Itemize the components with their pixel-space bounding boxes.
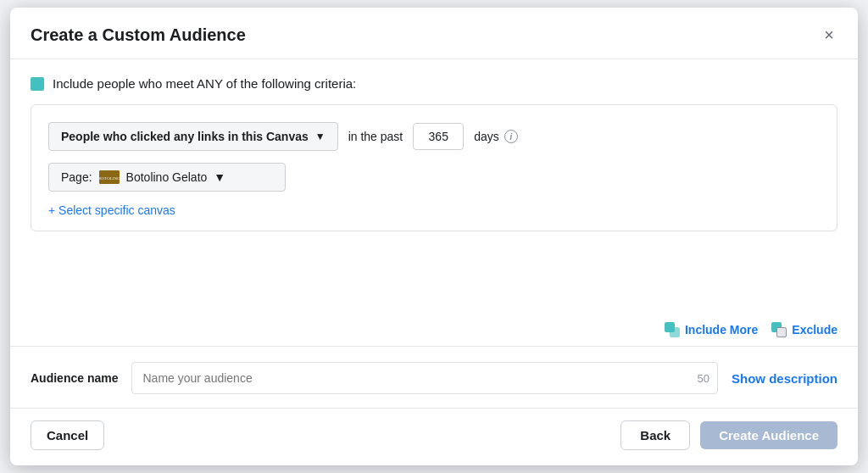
close-button[interactable]: × — [821, 23, 837, 47]
days-label: days i — [474, 130, 518, 143]
select-canvas-link[interactable]: + Select specific canvas — [48, 203, 175, 217]
audience-name-label: Audience name — [31, 371, 118, 385]
audience-name-row: Audience name 50 Show description — [10, 347, 858, 408]
criteria-box: People who clicked any links in this Can… — [31, 104, 837, 231]
modal-body: Include people who meet ANY of the follo… — [10, 59, 858, 314]
rule-row: People who clicked any links in this Can… — [48, 122, 820, 151]
footer-right: Back Create Audience — [620, 420, 837, 450]
audience-name-input[interactable] — [131, 362, 718, 394]
back-button[interactable]: Back — [620, 420, 690, 450]
exclude-label: Exclude — [792, 323, 837, 337]
include-more-button[interactable]: Include More — [665, 322, 758, 337]
audience-name-input-wrapper: 50 — [131, 362, 718, 394]
rule-dropdown-arrow: ▼ — [315, 131, 326, 142]
page-logo-icon: BOTOLINO — [99, 170, 120, 184]
in-past-label: in the past — [348, 130, 403, 143]
page-prefix: Page: — [61, 170, 92, 184]
modal-header: Create a Custom Audience × — [10, 8, 858, 59]
modal-footer: Cancel Back Create Audience — [10, 408, 858, 465]
create-audience-button[interactable]: Create Audience — [700, 421, 837, 449]
page-name: Botolino Gelato — [126, 170, 208, 184]
page-dropdown[interactable]: Page: BOTOLINO Botolino Gelato ▼ — [48, 163, 286, 192]
select-canvas-row: + Select specific canvas — [48, 203, 820, 217]
include-more-icon — [665, 322, 680, 337]
actions-row: Include More Exclude — [10, 314, 858, 346]
rule-dropdown[interactable]: People who clicked any links in this Can… — [48, 122, 338, 151]
create-custom-audience-modal: Create a Custom Audience × Include peopl… — [10, 8, 858, 465]
svg-text:BOTOLINO: BOTOLINO — [99, 176, 120, 181]
teal-square-icon — [31, 77, 44, 91]
modal-title: Create a Custom Audience — [31, 25, 246, 45]
show-description-button[interactable]: Show description — [732, 371, 837, 386]
page-dropdown-arrow: ▼ — [214, 170, 225, 184]
exclude-icon — [771, 322, 787, 337]
include-more-label: Include More — [685, 323, 758, 337]
rule-dropdown-label: People who clicked any links in this Can… — [61, 130, 309, 143]
days-input[interactable] — [413, 123, 464, 150]
info-icon: i — [504, 130, 518, 143]
char-count: 50 — [698, 372, 709, 385]
cancel-button[interactable]: Cancel — [31, 420, 104, 450]
criteria-label-text: Include people who meet ANY of the follo… — [53, 76, 356, 91]
exclude-button[interactable]: Exclude — [771, 322, 837, 337]
criteria-label-row: Include people who meet ANY of the follo… — [31, 76, 837, 91]
page-row: Page: BOTOLINO Botolino Gelato ▼ — [48, 163, 820, 192]
